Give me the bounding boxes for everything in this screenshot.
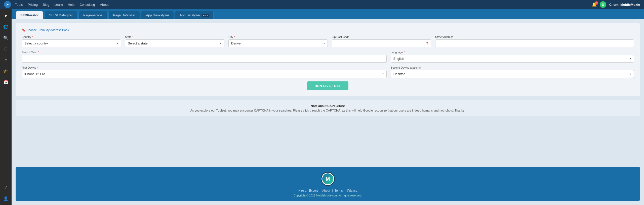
street-group: Street Address	[435, 35, 634, 47]
second-device-label: Second Device (optional)	[391, 66, 634, 69]
second-device-group: Second Device (optional) Desktop Tablet …	[391, 66, 634, 78]
nav-link-about[interactable]: About	[100, 3, 109, 7]
footer-terms-link[interactable]: Terms	[335, 189, 343, 192]
nav-link-consulting[interactable]: Consulting	[79, 3, 95, 7]
footer-hire-link[interactable]: Hire an Expert	[298, 189, 318, 192]
second-device-select[interactable]: Desktop Tablet Mobile	[391, 70, 634, 78]
sidebar-icon-calendar[interactable]: 📅	[1, 77, 10, 86]
city-select[interactable]: Denver Boulder Colorado Springs Aurora	[228, 39, 328, 47]
country-select-wrapper: Select a country United States United Ki…	[22, 39, 121, 47]
footer-sep3: |	[345, 189, 346, 192]
nav-link-blog[interactable]: Blog	[43, 3, 49, 7]
city-select-wrapper: Denver Boulder Colorado Springs Aurora	[228, 39, 328, 47]
sidebar: ➤ 🌐 🔍 ⊞ ✦ 🎓 📅 ? 👤	[0, 9, 12, 205]
client-label: Client: MobileMoxie	[609, 3, 640, 7]
tabs-bar: SERPerator SERP Datalyzer Page-oscope Pa…	[12, 9, 644, 19]
notification-bell[interactable]: 🔔 10	[592, 2, 597, 7]
tab-page-oscope[interactable]: Page-oscope	[78, 11, 107, 19]
sidebar-icon-grid[interactable]: ⊞	[1, 44, 10, 53]
sidebar-icon-user[interactable]: 👤	[1, 194, 10, 203]
tab-app-datalyzer[interactable]: App Datalyzer Beta	[175, 11, 214, 19]
top-nav: ➤ ToolsPricingBlogLearnHelpConsultingAbo…	[0, 0, 644, 9]
tab-serperator[interactable]: SERPerator	[16, 11, 43, 19]
state-select[interactable]: Select a state Colorado California New Y…	[125, 39, 224, 47]
street-label: Street Address	[435, 35, 634, 38]
language-select[interactable]: English Spanish French German	[391, 55, 634, 63]
street-input[interactable]	[435, 39, 634, 47]
nav-link-tools[interactable]: Tools	[15, 3, 23, 7]
form-row-search: Search Term * Language * English Spanish…	[22, 51, 634, 63]
tab-app-rankalyzer[interactable]: App Rankalyzer	[141, 11, 174, 19]
form-card: 🔖 Choose From My Address Book Country * …	[16, 23, 640, 96]
user-avatar[interactable]: D	[600, 1, 606, 8]
logo-arrow[interactable]: ➤	[4, 1, 11, 8]
state-label: State *	[125, 35, 224, 38]
city-label: City *	[228, 35, 328, 38]
footer-links: Hire an Expert | About | Terms | Privacy	[20, 189, 636, 192]
nav-right: 🔔 10 D Client: MobileMoxie	[592, 1, 640, 8]
nav-link-learn[interactable]: Learn	[54, 3, 63, 7]
form-row-location: Country * Select a country United States…	[22, 35, 634, 47]
footer-about-link[interactable]: About	[322, 189, 330, 192]
city-group: City * Denver Boulder Colorado Springs A…	[228, 35, 328, 47]
first-device-label: First Device *	[22, 66, 387, 69]
nav-link-help[interactable]: Help	[68, 3, 74, 7]
sidebar-icon-graduation[interactable]: 🎓	[1, 66, 10, 75]
main-layout: ➤ 🌐 🔍 ⊞ ✦ 🎓 📅 ? 👤 SERPerator SERP Dataly…	[0, 9, 644, 205]
country-select[interactable]: Select a country United States United Ki…	[22, 39, 121, 47]
state-select-wrapper: Select a state Colorado California New Y…	[125, 39, 224, 47]
language-select-wrapper: English Spanish French German	[391, 55, 634, 63]
note-section: Note about CAPTCHAs: As you explore our …	[16, 100, 640, 116]
zip-input[interactable]	[332, 39, 431, 47]
nav-link-pricing[interactable]: Pricing	[28, 3, 38, 7]
footer-logo-letter: M	[322, 173, 333, 184]
sidebar-icon-puzzle[interactable]: ✦	[1, 55, 10, 64]
footer: M Hire an Expert | About | Terms | Priva…	[16, 167, 640, 201]
zip-label: Zip/Post Code	[332, 35, 431, 38]
first-device-select-wrapper: iPhone 12 Pro iPhone 13 Samsung Galaxy S…	[22, 70, 387, 78]
language-group: Language * English Spanish French German	[391, 51, 634, 63]
country-label: Country *	[22, 35, 121, 38]
search-term-input[interactable]	[22, 55, 387, 63]
tab-page-datalyzer[interactable]: Page Datalyzer	[108, 11, 140, 19]
sidebar-icon-globe[interactable]: 🌐	[1, 22, 10, 31]
first-device-select[interactable]: iPhone 12 Pro iPhone 13 Samsung Galaxy S…	[22, 70, 387, 78]
language-label: Language *	[391, 51, 634, 54]
note-body: As you explore our Toolset, you may enco…	[20, 109, 636, 112]
footer-copyright: Copyright © 2022 MobileMoxie.com. All ri…	[20, 194, 636, 197]
search-term-label: Search Term *	[22, 51, 387, 54]
state-group: State * Select a state Colorado Californ…	[125, 35, 224, 47]
sidebar-icon-arrow[interactable]: ➤	[1, 11, 10, 20]
note-title: Note about CAPTCHAs:	[20, 104, 636, 108]
footer-logo: M	[321, 172, 335, 186]
run-live-test-button[interactable]: RUN LIVE TEST	[307, 81, 348, 90]
zip-group: Zip/Post Code 📍	[332, 35, 431, 47]
zip-wrapper: 📍	[332, 39, 431, 47]
location-pin-icon: 📍	[425, 42, 429, 45]
second-device-select-wrapper: Desktop Tablet Mobile	[391, 70, 634, 78]
sidebar-icon-question[interactable]: ?	[1, 183, 10, 192]
search-term-group: Search Term *	[22, 51, 387, 63]
form-row-devices: First Device * iPhone 12 Pro iPhone 13 S…	[22, 66, 634, 78]
country-group: Country * Select a country United States…	[22, 35, 121, 47]
bookmark-icon: 🔖	[22, 28, 25, 32]
footer-sep1: |	[319, 189, 321, 192]
nav-links: ToolsPricingBlogLearnHelpConsultingAbout	[15, 3, 109, 7]
first-device-group: First Device * iPhone 12 Pro iPhone 13 S…	[22, 66, 387, 78]
sidebar-icon-search[interactable]: 🔍	[1, 33, 10, 42]
notif-count: 10	[595, 1, 598, 5]
content-area: SERPerator SERP Datalyzer Page-oscope Pa…	[12, 9, 644, 205]
footer-privacy-link[interactable]: Privacy	[347, 189, 357, 192]
address-book-link[interactable]: 🔖 Choose From My Address Book	[22, 28, 69, 32]
tab-serp-datalyzer[interactable]: SERP Datalyzer	[44, 11, 77, 19]
beta-badge: Beta	[202, 14, 209, 17]
footer-sep2: |	[332, 189, 333, 192]
